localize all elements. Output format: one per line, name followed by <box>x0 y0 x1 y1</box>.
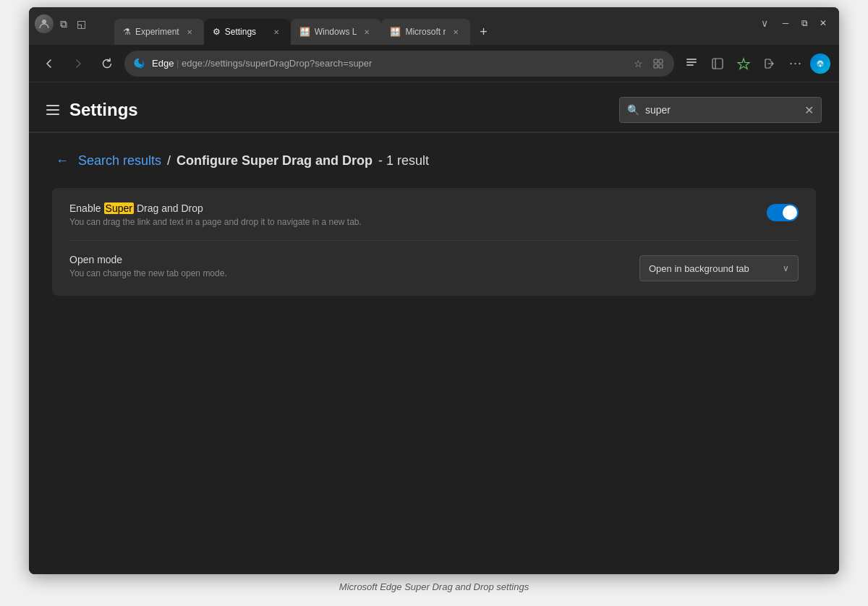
open-mode-dropdown[interactable]: Open in background tab ∨ <box>639 255 799 281</box>
profile-icon[interactable] <box>35 14 54 33</box>
favorites-icon[interactable]: ☆ <box>631 56 645 71</box>
search-icon: 🔍 <box>627 104 639 116</box>
window-controls: ∨ ─ ⧉ ✕ <box>761 16 830 30</box>
toolbar-icons: ··· <box>680 52 830 75</box>
svg-rect-8 <box>712 59 723 69</box>
share-icon[interactable] <box>758 52 781 75</box>
more-button[interactable]: ··· <box>784 52 807 75</box>
open-mode-desc: You can change the new tab open mode. <box>69 268 639 278</box>
search-box[interactable]: 🔍 ✕ <box>619 97 822 123</box>
tab-title-microsoft: Microsoft r <box>405 27 446 37</box>
sidebar-icon[interactable] <box>706 52 729 75</box>
toggle-thumb <box>783 205 797 220</box>
tab-close-experiments[interactable]: ✕ <box>184 26 195 38</box>
title-bar: ⧉ ◱ ⚗ Experiment ✕ ⚙ Settings ✕ 🪟 Window… <box>29 7 839 45</box>
tab-experiments[interactable]: ⚗ Experiment ✕ <box>114 19 204 45</box>
super-highlight: Super <box>104 202 134 214</box>
new-tab-button[interactable]: + <box>473 22 493 42</box>
svg-rect-6 <box>686 61 697 63</box>
forward-button[interactable] <box>67 52 90 75</box>
open-mode-label: Open mode <box>69 254 639 265</box>
search-input[interactable] <box>645 104 799 116</box>
enable-super-drag-desc: You can drag the link and text in a page… <box>69 217 767 227</box>
setting-card: Enable Super Drag and Drop You can drag … <box>52 188 816 296</box>
settings-title-row: Settings <box>46 100 138 120</box>
tab-strip-icon[interactable]: ⧉ <box>56 17 71 31</box>
navigation-bar: Edge | edge://settings/superDragDrop?sea… <box>29 45 839 82</box>
result-count: - 1 result <box>378 153 429 168</box>
breadcrumb-link[interactable]: Search results <box>78 153 161 168</box>
copilot-icon[interactable] <box>810 54 830 74</box>
hamburger-button[interactable] <box>46 103 61 117</box>
chevron-down-icon: ∨ <box>783 263 789 273</box>
extensions-icon[interactable] <box>651 56 665 71</box>
restore-button[interactable]: ⧉ <box>797 16 812 30</box>
tab-close-settings[interactable]: ✕ <box>271 26 282 38</box>
super-drag-toggle[interactable] <box>767 204 799 221</box>
close-button[interactable]: ✕ <box>816 16 830 30</box>
tab-favicon-settings: ⚙ <box>213 27 221 37</box>
browser-window: ⧉ ◱ ⚗ Experiment ✕ ⚙ Settings ✕ 🪟 Window… <box>29 7 839 574</box>
tabs-row: ⚗ Experiment ✕ ⚙ Settings ✕ 🪟 Windows L … <box>114 19 833 45</box>
open-mode-row: Open mode You can change the new tab ope… <box>69 254 799 281</box>
tab-title-windows: Windows L <box>315 27 357 37</box>
edge-logo-icon <box>133 57 146 70</box>
settings-content: ← Search results / Configure Super Drag … <box>29 133 839 574</box>
tab-close-microsoft[interactable]: ✕ <box>450 26 461 38</box>
svg-rect-3 <box>654 64 658 68</box>
svg-rect-7 <box>686 64 694 66</box>
enable-super-drag-label: Enable Super Drag and Drop <box>69 202 767 214</box>
settings-header: Settings 🔍 ✕ <box>29 82 839 132</box>
back-button[interactable] <box>38 52 61 75</box>
breadcrumb: ← Search results / Configure Super Drag … <box>52 150 816 171</box>
favorites-toolbar-icon[interactable] <box>732 52 755 75</box>
tab-more-button[interactable]: ∨ <box>761 17 768 29</box>
tab-microsoft[interactable]: 🪟 Microsoft r ✕ <box>381 19 470 45</box>
tab-title-experiments: Experiment <box>135 27 179 37</box>
breadcrumb-back-button[interactable]: ← <box>52 150 72 171</box>
enable-super-drag-label-area: Enable Super Drag and Drop You can drag … <box>69 202 767 227</box>
svg-rect-1 <box>654 59 658 63</box>
open-mode-label-area: Open mode You can change the new tab ope… <box>69 254 639 278</box>
enable-super-drag-row: Enable Super Drag and Drop You can drag … <box>69 202 799 241</box>
page-title: Settings <box>69 100 138 120</box>
breadcrumb-separator: / <box>167 153 171 168</box>
tab-title-settings: Settings <box>225 27 266 37</box>
dropdown-value: Open in background tab <box>649 263 777 274</box>
svg-rect-4 <box>659 64 663 68</box>
minimize-button[interactable]: ─ <box>778 16 793 30</box>
tab-favicon-experiments: ⚗ <box>123 27 131 37</box>
tab-close-windows[interactable]: ✕ <box>361 26 373 38</box>
collections-icon[interactable] <box>680 52 703 75</box>
sidebar-toggle-icon[interactable]: ◱ <box>74 17 88 31</box>
svg-rect-2 <box>659 59 663 63</box>
breadcrumb-current: Configure Super Drag and Drop <box>176 153 373 168</box>
svg-point-11 <box>820 64 821 66</box>
caption: Microsoft Edge Super Drag and Drop setti… <box>339 581 529 592</box>
svg-rect-5 <box>686 59 697 60</box>
tab-settings[interactable]: ⚙ Settings ✕ <box>204 19 291 45</box>
drag-drop-text: Drag and Drop <box>137 202 203 214</box>
reload-button[interactable] <box>95 52 119 75</box>
settings-area: Settings 🔍 ✕ ← Search results / Configur… <box>29 82 839 574</box>
tab-windows[interactable]: 🪟 Windows L ✕ <box>291 19 382 45</box>
address-bar[interactable]: Edge | edge://settings/superDragDrop?sea… <box>124 51 674 77</box>
svg-point-0 <box>42 20 46 24</box>
profile-area: ⧉ ◱ <box>35 14 88 33</box>
three-dots-icon: ··· <box>789 56 802 71</box>
enable-text: Enable <box>69 202 101 214</box>
address-text: Edge | edge://settings/superDragDrop?sea… <box>152 58 625 69</box>
search-clear-button[interactable]: ✕ <box>804 103 814 117</box>
tab-favicon-windows: 🪟 <box>299 27 310 37</box>
tab-favicon-microsoft: 🪟 <box>390 27 401 37</box>
